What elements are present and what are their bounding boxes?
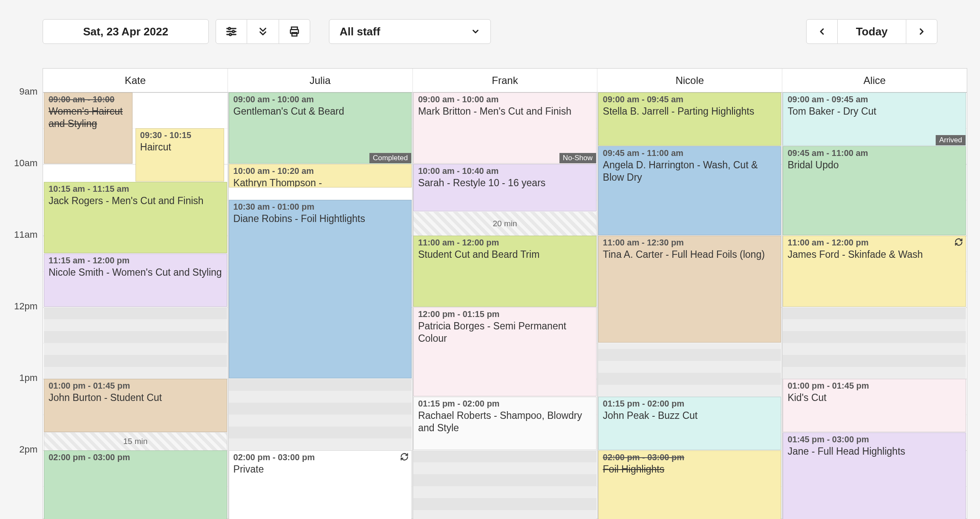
- appointment-desc: John Burton - Student Cut: [49, 392, 222, 404]
- gap-indicator: 20 min: [413, 212, 597, 236]
- status-badge: Arrived: [936, 135, 966, 145]
- appointment[interactable]: 09:00 am - 09:45 amTom Baker - Dry CutAr…: [783, 92, 966, 146]
- staff-header-cell[interactable]: Frank: [413, 69, 598, 92]
- appointment-time: 10:00 am - 10:40 am: [418, 166, 592, 176]
- appointment[interactable]: 09:45 am - 11:00 amBridal Updo: [783, 146, 966, 235]
- appointment-time: 01:00 pm - 01:45 pm: [49, 381, 222, 391]
- today-button[interactable]: Today: [838, 19, 906, 44]
- appointment-desc: Nicole Smith - Women's Cut and Styling: [49, 266, 222, 279]
- appointment-time: 02:00 pm - 03:00 pm: [233, 453, 407, 462]
- appointment-desc: Jane - Full Head Highlights: [787, 445, 961, 458]
- appointment-time: 10:30 am - 01:00 pm: [233, 202, 407, 212]
- staff-header-cell[interactable]: Julia: [228, 69, 413, 92]
- appointment[interactable]: 01:00 pm - 01:45 pmKid's Cut: [783, 379, 966, 432]
- appointment-time: 11:00 am - 12:00 pm: [418, 238, 592, 248]
- svg-point-3: [228, 28, 231, 30]
- calendar-body[interactable]: 15 min09:00 am - 10:00Women's Haircut an…: [43, 92, 967, 519]
- appointment[interactable]: 01:15 pm - 02:00 pmRachael Roberts - Sha…: [413, 397, 597, 450]
- prev-day-button[interactable]: [806, 19, 838, 44]
- gap-indicator: 15 min: [44, 432, 227, 450]
- print-button[interactable]: [279, 19, 310, 44]
- appointment[interactable]: 09:00 am - 09:45 amStella B. Jarrell - P…: [598, 92, 781, 146]
- appointment[interactable]: 09:00 am - 10:00 amGentleman's Cut & Bea…: [229, 92, 412, 164]
- chevron-left-icon: [817, 26, 827, 37]
- appointment[interactable]: 01:45 pm - 03:00 pmJane - Full Head High…: [783, 432, 966, 519]
- appointment[interactable]: 12:00 pm - 01:15 pmPatricia Borges - Sem…: [413, 307, 597, 396]
- svg-point-4: [232, 31, 234, 33]
- svg-point-5: [229, 34, 231, 36]
- sliders-icon: [225, 26, 237, 37]
- time-gutter: 9am10am11am12pm1pm2pm: [0, 68, 43, 519]
- appointment-time: 09:00 am - 09:45 am: [787, 95, 961, 104]
- appointment[interactable]: 09:45 am - 11:00 amAngela D. Harrington …: [598, 146, 781, 235]
- chevrons-down-icon: [257, 26, 268, 37]
- appointment[interactable]: 01:00 pm - 01:45 pmJohn Burton - Student…: [44, 379, 227, 432]
- appointment-desc: Bridal Updo: [787, 159, 961, 171]
- appointment-time: 10:00 am - 10:20 am: [233, 166, 407, 176]
- appointment-desc: Diane Robins - Foil Hightlights: [233, 213, 407, 225]
- recurring-icon: [400, 453, 409, 461]
- appointment[interactable]: 09:00 am - 10:00 amMark Britton - Men's …: [413, 92, 597, 164]
- appointment[interactable]: 10:00 am - 10:20 amKathryn Thompson -: [229, 164, 412, 187]
- staff-header-cell[interactable]: Alice: [782, 69, 967, 92]
- appointment-desc: Jack Rogers - Men's Cut and Finish: [49, 195, 222, 207]
- appointment-time: 02:00 pm - 03:00 pm: [603, 453, 777, 462]
- svg-rect-8: [292, 32, 297, 36]
- next-day-button[interactable]: [906, 19, 937, 44]
- appointment-time: 09:45 am - 11:00 am: [603, 148, 777, 158]
- appointment-time: 10:15 am - 11:15 am: [49, 184, 222, 194]
- appointment[interactable]: 11:15 am - 12:00 pmNicole Smith - Women'…: [44, 254, 227, 307]
- expand-button[interactable]: [247, 19, 279, 44]
- appointment[interactable]: 02:00 pm - 03:00 pmFoil Highlights: [598, 450, 781, 519]
- filter-button[interactable]: [216, 19, 247, 44]
- time-label: 9am: [19, 86, 37, 97]
- appointment[interactable]: 11:00 am - 12:00 pmJames Ford - Skinfade…: [783, 236, 966, 307]
- date-nav-group: Today: [806, 19, 937, 44]
- appointment-time: 01:15 pm - 02:00 pm: [603, 399, 777, 409]
- staff-header-cell[interactable]: Kate: [43, 69, 228, 92]
- recurring-icon: [954, 238, 963, 246]
- appointment-time: 11:00 am - 12:00 pm: [787, 238, 961, 248]
- appointment-time: 01:15 pm - 02:00 pm: [418, 399, 592, 409]
- staff-header-row: KateJuliaFrankNicoleAlice: [43, 69, 967, 92]
- appointment-desc: Foil Highlights: [603, 463, 777, 476]
- appointment-time: 09:00 am - 10:00: [49, 95, 128, 104]
- appointment-time: 01:45 pm - 03:00 pm: [787, 435, 961, 444]
- appointment[interactable]: 10:15 am - 11:15 amJack Rogers - Men's C…: [44, 182, 227, 253]
- appointment-desc: Angela D. Harrington - Wash, Cut & Blow …: [603, 159, 777, 184]
- appointment-desc: Stella B. Jarrell - Parting Highlights: [603, 105, 777, 118]
- appointment[interactable]: 02:00 pm - 03:00 pmPrivate: [229, 450, 412, 519]
- appointment-desc: Mark Britton - Men's Cut and Finish: [418, 105, 592, 118]
- status-badge: Completed: [369, 153, 411, 163]
- appointment-time: 12:00 pm - 01:15 pm: [418, 309, 592, 319]
- appointment[interactable]: 09:30 - 10:15Haircut: [135, 128, 224, 182]
- appointment-time: 11:15 am - 12:00 pm: [49, 256, 222, 265]
- appointment[interactable]: 11:00 am - 12:30 pmTina A. Carter - Full…: [598, 236, 781, 343]
- appointment[interactable]: 10:00 am - 10:40 amSarah - Restyle 10 - …: [413, 164, 597, 211]
- appointment-time: 02:00 pm - 03:00 pm: [49, 453, 222, 462]
- appointment-desc: Kid's Cut: [787, 392, 961, 404]
- appointment[interactable]: 09:00 am - 10:00Women's Haircut and Styl…: [44, 92, 133, 164]
- appointment-time: 09:00 am - 10:00 am: [418, 95, 592, 104]
- date-picker-button[interactable]: Sat, 23 Apr 2022: [43, 19, 209, 44]
- staff-header-cell[interactable]: Nicole: [597, 69, 782, 92]
- appointment-desc: Gentleman's Cut & Beard: [233, 105, 407, 118]
- appointment-desc: Sarah - Restyle 10 - 16 years: [418, 177, 592, 189]
- appointment[interactable]: 02:00 pm - 03:00 pm: [44, 450, 227, 519]
- appointment-time: 01:00 pm - 01:45 pm: [787, 381, 961, 391]
- appointment-desc: James Ford - Skinfade & Wash: [787, 248, 961, 261]
- time-label: 12pm: [14, 301, 37, 312]
- appointment-desc: Tina A. Carter - Full Head Foils (long): [603, 248, 777, 261]
- time-label: 2pm: [19, 444, 37, 455]
- appointment-desc: Patricia Borges - Semi Permanent Colour: [418, 320, 592, 345]
- appointment[interactable]: 10:30 am - 01:00 pmDiane Robins - Foil H…: [229, 200, 412, 378]
- appointment[interactable]: 11:00 am - 12:00 pmStudent Cut and Beard…: [413, 236, 597, 307]
- appointment-desc: Tom Baker - Dry Cut: [787, 105, 961, 118]
- appointment[interactable]: 01:15 pm - 02:00 pmJohn Peak - Buzz Cut: [598, 397, 781, 450]
- appointment-desc: Women's Haircut and Styling: [49, 105, 128, 130]
- toolbar-icon-group: [216, 19, 310, 44]
- staff-filter-select[interactable]: All staff: [329, 19, 491, 44]
- time-label: 1pm: [19, 372, 37, 383]
- time-label: 10am: [14, 158, 37, 169]
- staff-filter-label: All staff: [340, 25, 380, 38]
